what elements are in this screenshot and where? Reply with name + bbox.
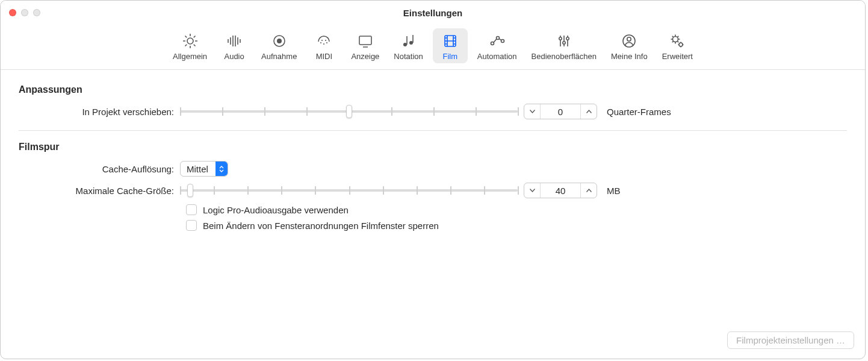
lock-movie-window-label: Beim Ändern von Fensteranordnungen Filmf… bbox=[203, 221, 439, 231]
stepper-increment[interactable] bbox=[581, 183, 597, 198]
tab-midi[interactable]: MIDI bbox=[306, 28, 341, 63]
section-heading-anpassungen: Anpassungen bbox=[19, 84, 847, 95]
record-icon bbox=[270, 32, 288, 50]
film-icon bbox=[441, 32, 459, 50]
svg-rect-22 bbox=[359, 36, 371, 45]
max-cache-size-slider[interactable] bbox=[180, 184, 518, 196]
svg-point-19 bbox=[326, 42, 327, 43]
svg-line-7 bbox=[185, 45, 187, 46]
svg-line-56 bbox=[672, 42, 674, 43]
stepper-value: 0 bbox=[541, 104, 580, 119]
svg-point-24 bbox=[403, 43, 407, 46]
svg-line-5 bbox=[185, 36, 187, 38]
svg-point-18 bbox=[323, 43, 324, 45]
tab-label: MIDI bbox=[316, 52, 332, 61]
row-move-to-project: In Projekt verschieben: bbox=[19, 104, 847, 119]
move-to-project-unit: Quarter-Frames bbox=[603, 107, 671, 117]
svg-point-58 bbox=[679, 43, 683, 46]
svg-point-42 bbox=[559, 37, 562, 40]
cache-resolution-label: Cache-Auflösung: bbox=[19, 164, 180, 174]
stepper-decrement[interactable] bbox=[524, 104, 540, 119]
tab-label: Erweitert bbox=[662, 52, 693, 61]
svg-line-40 bbox=[499, 39, 501, 40]
tab-audio[interactable]: Audio bbox=[217, 28, 252, 63]
tab-label: Film bbox=[443, 52, 458, 61]
tab-notation[interactable]: Notation bbox=[389, 28, 427, 63]
tab-label: Meine Info bbox=[611, 52, 648, 61]
row-cache-resolution: Cache-Auflösung: Mittel bbox=[19, 161, 847, 177]
svg-point-49 bbox=[673, 37, 678, 42]
tab-label: Allgemein bbox=[173, 52, 207, 61]
traffic-lights bbox=[9, 9, 40, 16]
use-logic-audio-output-checkbox[interactable] bbox=[186, 204, 197, 215]
tab-erweitert[interactable]: Erweitert bbox=[657, 28, 698, 63]
film-project-settings-button[interactable]: Filmprojekteinstellungen … bbox=[727, 331, 854, 349]
move-to-project-stepper[interactable]: 0 bbox=[524, 104, 597, 119]
svg-point-20 bbox=[321, 40, 323, 41]
tab-bedienoberflaechen[interactable]: Bedienoberflächen bbox=[527, 28, 601, 63]
svg-point-44 bbox=[563, 42, 565, 44]
preferences-window: Einstellungen Allgemein bbox=[0, 0, 866, 359]
move-to-project-slider[interactable] bbox=[180, 105, 518, 118]
minimize-window-button[interactable] bbox=[21, 9, 28, 16]
zoom-window-button[interactable] bbox=[33, 9, 40, 16]
svg-line-57 bbox=[678, 36, 679, 37]
close-window-button[interactable] bbox=[9, 9, 16, 16]
content: Anpassungen In Projekt verschieben: bbox=[1, 70, 865, 231]
max-cache-size-stepper[interactable]: 40 bbox=[524, 183, 597, 198]
svg-point-26 bbox=[409, 41, 413, 45]
row-use-logic-audio-output: Logic Pro-Audioausgabe verwenden bbox=[186, 204, 847, 215]
tab-label: Anzeige bbox=[351, 52, 379, 61]
svg-point-17 bbox=[320, 42, 321, 43]
tab-automation[interactable]: Automation bbox=[473, 28, 522, 63]
svg-line-6 bbox=[193, 45, 195, 46]
tab-aufnahme[interactable]: Aufnahme bbox=[256, 28, 302, 63]
chevron-up-down-icon bbox=[215, 162, 228, 176]
tab-meine-info[interactable]: Meine Info bbox=[606, 28, 653, 63]
svg-point-48 bbox=[627, 37, 631, 41]
person-circle-icon bbox=[620, 32, 638, 50]
divider bbox=[19, 130, 847, 131]
svg-point-46 bbox=[566, 37, 569, 40]
stepper-increment[interactable] bbox=[581, 104, 597, 119]
use-logic-audio-output-label: Logic Pro-Audioausgabe verwenden bbox=[203, 205, 349, 215]
lock-movie-window-checkbox[interactable] bbox=[186, 220, 197, 231]
svg-point-21 bbox=[325, 40, 326, 41]
tab-label: Audio bbox=[224, 52, 244, 61]
waveform-icon bbox=[225, 32, 243, 50]
tab-label: Aufnahme bbox=[261, 52, 297, 61]
svg-line-54 bbox=[672, 36, 674, 37]
section-heading-filmspur: Filmspur bbox=[19, 142, 847, 152]
gear-icon bbox=[181, 32, 199, 50]
svg-line-55 bbox=[678, 42, 679, 43]
svg-point-0 bbox=[187, 38, 193, 44]
slider-knob[interactable] bbox=[187, 184, 193, 197]
toolbar: Allgemein Audio Aufnahme bbox=[1, 25, 865, 70]
stepper-value: 40 bbox=[541, 183, 580, 198]
tab-label: Automation bbox=[477, 52, 517, 61]
max-cache-size-label: Maximale Cache-Größe: bbox=[19, 186, 180, 196]
slider-knob[interactable] bbox=[346, 105, 352, 118]
cache-resolution-select[interactable]: Mittel bbox=[180, 161, 228, 177]
tab-anzeige[interactable]: Anzeige bbox=[346, 28, 384, 63]
tab-film[interactable]: Film bbox=[433, 28, 468, 63]
row-max-cache-size: Maximale Cache-Größe: bbox=[19, 183, 847, 198]
automation-icon bbox=[488, 32, 506, 50]
gears-icon bbox=[668, 32, 686, 50]
notes-icon bbox=[400, 32, 418, 50]
tab-label: Bedienoberflächen bbox=[532, 52, 597, 61]
svg-point-16 bbox=[277, 39, 282, 43]
midi-icon bbox=[315, 32, 333, 50]
svg-line-8 bbox=[193, 36, 195, 38]
svg-line-39 bbox=[494, 39, 497, 43]
tab-label: Notation bbox=[394, 52, 423, 61]
section-filmspur: Filmspur Cache-Auflösung: Mittel Maximal… bbox=[19, 142, 847, 231]
row-lock-movie-window: Beim Ändern von Fensteranordnungen Filmf… bbox=[186, 220, 847, 231]
sliders-icon bbox=[555, 32, 573, 50]
max-cache-size-unit: MB bbox=[603, 186, 621, 196]
move-to-project-label: In Projekt verschieben: bbox=[19, 107, 180, 117]
stepper-decrement[interactable] bbox=[524, 183, 540, 198]
tab-allgemein[interactable]: Allgemein bbox=[168, 28, 212, 63]
display-icon bbox=[356, 32, 374, 50]
select-value: Mittel bbox=[181, 164, 215, 174]
